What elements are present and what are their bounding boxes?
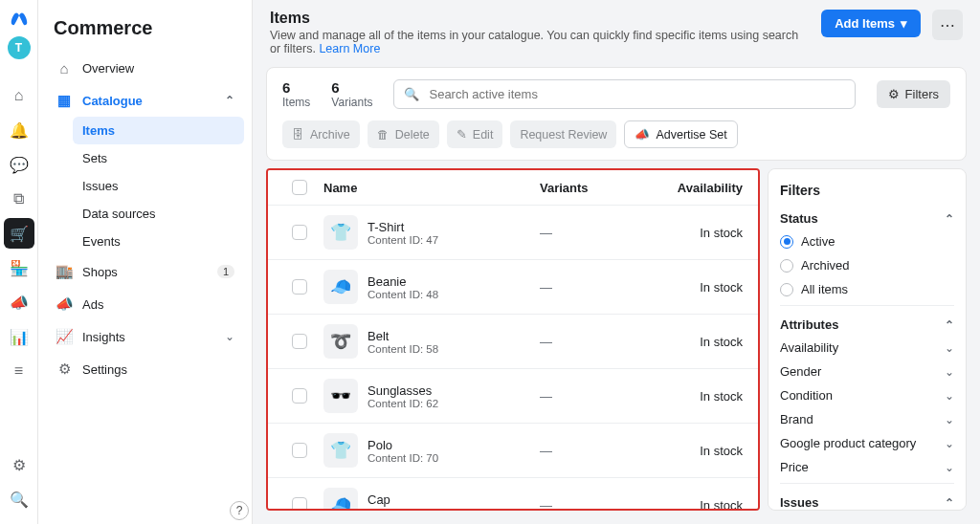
availability-cell: In stock [645,498,750,512]
menu-icon[interactable]: ≡ [4,356,34,386]
table-row[interactable]: 👕PoloContent ID: 70—In stock [268,424,758,478]
sidebar-item-insights[interactable]: 📈 Insights ⌄ [46,320,244,353]
metric-variants: 6 Variants [331,79,372,109]
attribute-row[interactable]: Condition⌄ [780,383,954,407]
table-row[interactable]: 🧢CapContent ID: 60—In stock [268,478,758,511]
product-name: Polo [368,438,438,452]
col-availability: Availability [645,181,750,195]
sidebar-item-data-sources[interactable]: Data sources [73,200,244,228]
chevron-down-icon: ⌄ [945,413,954,426]
filters-button[interactable]: ⚙ Filters [877,80,950,108]
table-row[interactable]: ➰BeltContent ID: 58—In stock [268,315,758,369]
filter-icon: ⚙ [888,87,900,101]
product-name: Cap [368,492,438,507]
sidebar-item-shops[interactable]: 🏬 Shops 1 [46,255,244,288]
status-archived[interactable]: Archived [780,253,954,277]
table-row[interactable]: 🕶️SunglassesContent ID: 62—In stock [268,369,758,424]
chevron-down-icon: ⌄ [945,389,954,403]
learn-more-link[interactable]: Learn More [319,42,380,55]
toolbar: 🗄Archive 🗑Delete ✎Edit Request Review 📣A… [267,120,966,160]
product-meta: Content ID: 48 [368,289,438,300]
product-thumbnail: ➰ [323,324,358,359]
chevron-down-icon: ⌄ [945,365,954,379]
avatar[interactable]: T [8,36,31,59]
copy-icon[interactable]: ⧉ [4,184,34,214]
product-meta: Content ID: 62 [368,398,438,409]
variants-cell: — [540,335,645,349]
variants-cell: — [540,389,645,404]
items-table: Name Variants Availability 👕T-ShirtConte… [266,168,760,511]
row-checkbox[interactable] [292,334,307,349]
help-icon[interactable]: ? [230,501,249,520]
sidebar-item-label: Shops [82,265,118,279]
sidebar-item-label: Ads [82,297,103,312]
variants-cell: — [540,444,645,458]
product-name: Sunglasses [368,383,438,398]
gear-icon[interactable]: ⚙ [4,449,34,480]
sidebar-item-label: Overview [82,61,134,76]
filter-section-status[interactable]: Status ⌃ [780,207,954,229]
attribute-row[interactable]: Price⌄ [780,455,954,479]
add-items-button[interactable]: Add Items ▾ [821,10,921,37]
row-checkbox[interactable] [292,225,307,240]
availability-cell: In stock [645,226,750,240]
product-thumbnail: 🧢 [323,488,358,511]
product-thumbnail: 🧢 [323,270,358,304]
select-all-checkbox[interactable] [292,180,307,195]
sidebar-item-settings[interactable]: ⚙ Settings [46,353,244,385]
row-checkbox[interactable] [292,497,307,511]
more-button[interactable]: ⋯ [932,10,963,40]
attribute-row[interactable]: Gender⌄ [780,360,954,383]
attribute-row[interactable]: Availability⌄ [780,336,954,360]
status-active[interactable]: Active [780,229,954,253]
row-checkbox[interactable] [292,279,307,295]
pencil-icon: ✎ [457,127,467,142]
sidebar-item-label: Settings [82,362,127,377]
search-icon[interactable]: 🔍 [4,484,34,514]
table-row[interactable]: 👕T-ShirtContent ID: 47—In stock [268,206,758,260]
availability-cell: In stock [645,280,750,295]
row-checkbox[interactable] [292,388,307,404]
sidebar-item-events[interactable]: Events [73,228,244,255]
chevron-down-icon: ⌄ [945,437,954,450]
edit-button[interactable]: ✎Edit [447,120,503,148]
filter-section-issues[interactable]: Issues ⌃ [780,491,954,511]
product-meta: Content ID: 58 [368,343,438,355]
sidebar-item-sets[interactable]: Sets [73,144,244,172]
bell-icon[interactable]: 🔔 [4,115,34,145]
megaphone-icon: 📣 [635,127,650,142]
main: Items View and manage all of the items i… [253,0,980,524]
megaphone-icon[interactable]: 📣 [4,287,34,317]
advertise-set-button[interactable]: 📣Advertise Set [624,120,737,148]
request-review-button[interactable]: Request Review [510,120,616,148]
sidebar-item-catalogue[interactable]: ▦ Catalogue ⌃ [46,84,244,117]
availability-cell: In stock [645,335,750,349]
attribute-row[interactable]: Brand⌄ [780,407,954,431]
table-row[interactable]: 🧢BeanieContent ID: 48—In stock [268,260,758,315]
chart-icon: 📈 [56,328,73,345]
availability-cell: In stock [645,444,750,458]
chevron-down-icon: ⌄ [945,461,954,474]
row-checkbox[interactable] [292,443,307,458]
sidebar-item-items[interactable]: Items [73,117,244,144]
store-icon[interactable]: 🏪 [4,252,34,283]
chat-icon[interactable]: 💬 [4,149,34,180]
cart-icon[interactable]: 🛒 [4,218,34,249]
sidebar-item-ads[interactable]: 📣 Ads [46,288,244,320]
analytics-icon[interactable]: 📊 [4,321,34,352]
sidebar-item-overview[interactable]: ⌂ Overview [46,53,244,84]
search-input-wrap[interactable]: 🔍 [393,79,855,109]
archive-button[interactable]: 🗄Archive [282,120,360,148]
delete-button[interactable]: 🗑Delete [368,120,439,148]
search-input[interactable] [427,86,844,102]
status-all[interactable]: All items [780,277,954,301]
radio-icon [780,259,793,273]
meta-logo-icon [9,8,30,29]
home-icon[interactable]: ⌂ [4,80,34,111]
filter-section-attributes[interactable]: Attributes ⌃ [780,314,954,336]
sidebar-item-issues[interactable]: Issues [73,172,244,200]
attribute-row[interactable]: Google product category⌄ [780,431,954,455]
product-meta: Content ID: 47 [368,234,438,246]
sidebar-item-label: Catalogue [82,94,143,108]
filters-panel: Filters Status ⌃ Active Archived All ite… [768,168,967,511]
